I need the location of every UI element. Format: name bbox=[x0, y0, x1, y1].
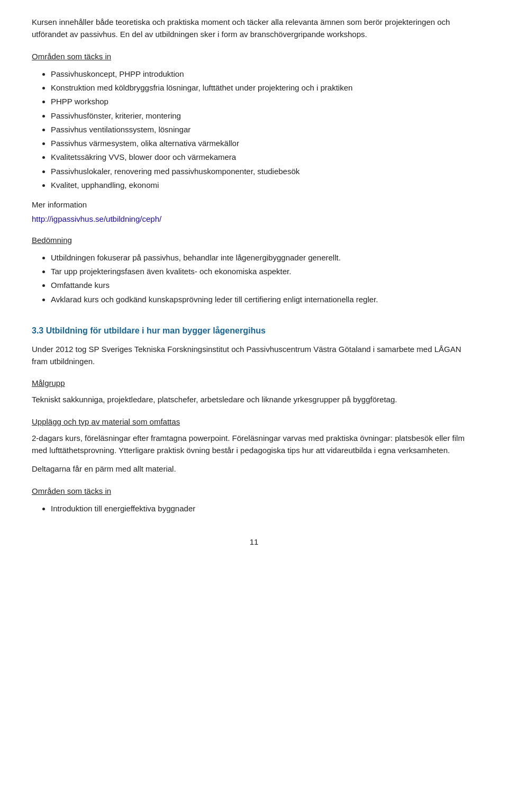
list-item: Passivhus ventilationssystem, lösningar bbox=[51, 123, 476, 136]
list-item: Introduktion till energieffektiva byggna… bbox=[51, 502, 476, 515]
section-33-block: 3.3 Utbildning för utbildare i hur man b… bbox=[32, 324, 476, 515]
list-item: Konstruktion med köldbryggsfria lösninga… bbox=[51, 82, 476, 94]
omraden-heading-1: Områden som täcks in bbox=[32, 50, 476, 62]
list-item: Omfattande kurs bbox=[51, 279, 476, 291]
igpassivhus-link[interactable]: http://igpassivhus.se/utbildning/ceph/ bbox=[32, 214, 161, 223]
section-33-intro: Under 2012 tog SP Sveriges Tekniska Fors… bbox=[32, 343, 476, 368]
list-item: Passivhusfönster, kriterier, montering bbox=[51, 110, 476, 122]
page-number: 11 bbox=[32, 536, 476, 548]
list-item: Kvalitet, upphandling, ekonomi bbox=[51, 179, 476, 191]
upplägg-heading: Upplägg och typ av material som omfattas bbox=[32, 416, 476, 428]
list-item: Passivhus värmesystem, olika alternativa… bbox=[51, 137, 476, 149]
list-item: Tar upp projekteringsfasen även kvalitet… bbox=[51, 265, 476, 277]
omraden-heading-2: Områden som täcks in bbox=[32, 485, 476, 497]
list-item: Utbildningen fokuserar på passivhus, beh… bbox=[51, 251, 476, 264]
upplägg-para1: 2-dagars kurs, föreläsningar efter framt… bbox=[32, 432, 476, 457]
målgrupp-text: Tekniskt sakkunniga, projektledare, plat… bbox=[32, 393, 476, 405]
list-item: Passivhuskoncept, PHPP introduktion bbox=[51, 68, 476, 80]
mer-information-label: Mer information bbox=[32, 199, 476, 211]
list-item: Passivhuslokaler, renovering med passivh… bbox=[51, 165, 476, 177]
bullet-list-1: Passivhuskoncept, PHPP introduktionKonst… bbox=[32, 68, 476, 191]
section-33-heading: 3.3 Utbildning för utbildare i hur man b… bbox=[32, 324, 476, 338]
list-item: Kvalitetssäkring VVS, blower door och vä… bbox=[51, 151, 476, 163]
målgrupp-heading: Målgrupp bbox=[32, 377, 476, 389]
intro-paragraph: Kursen innehåller både teoretiska och pr… bbox=[32, 16, 476, 41]
bedömning-heading: Bedömning bbox=[32, 234, 476, 246]
list-item: PHPP workshop bbox=[51, 95, 476, 107]
bedömning-list: Utbildningen fokuserar på passivhus, beh… bbox=[32, 251, 476, 305]
deltagarna-text: Deltagarna får en pärm med allt material… bbox=[32, 463, 476, 475]
list-item: Avklarad kurs och godkänd kunskapsprövni… bbox=[51, 293, 476, 305]
omraden-list-2: Introduktion till energieffektiva byggna… bbox=[32, 502, 476, 515]
